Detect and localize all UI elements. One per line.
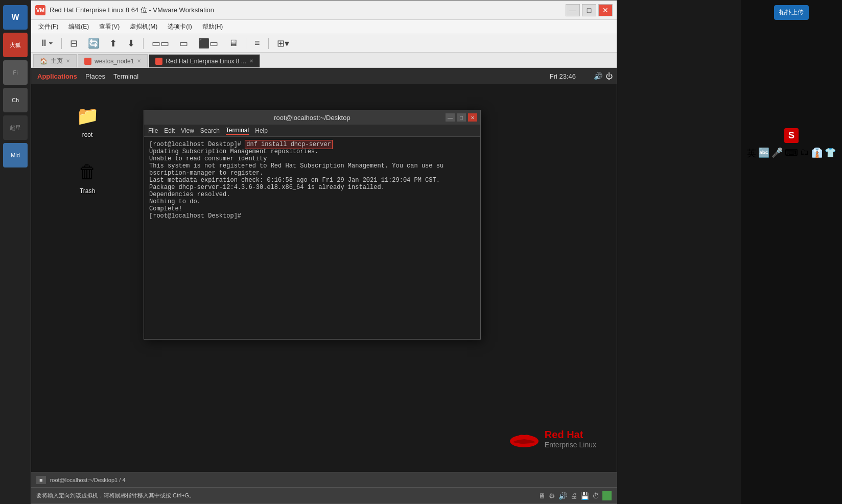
terminal-line-5: bscription-manager to register.: [149, 170, 475, 177]
title-bar: VM Red Hat Enterprise Linux 8 64 位 - VMw…: [31, 1, 617, 20]
menu-file[interactable]: 文件(F): [33, 21, 63, 33]
gnome-applications[interactable]: Applications: [37, 73, 77, 80]
terminal-menu-help[interactable]: Help: [255, 127, 268, 134]
redhat-logo-bottom: Enterprise Linux: [545, 441, 596, 449]
wps-icon[interactable]: S: [784, 128, 799, 143]
toolbar-btn3[interactable]: ⬆: [105, 36, 121, 51]
toolbar-btn9[interactable]: ≡: [250, 36, 264, 50]
terminal-line-3: Unable to read consumer identity: [149, 155, 475, 162]
toolbar-btn5[interactable]: ▭▭: [148, 36, 173, 51]
tab-westos-label: westos_node1: [95, 58, 134, 65]
menu-help[interactable]: 帮助(H): [197, 21, 228, 33]
tab-home-close[interactable]: ✕: [66, 58, 70, 64]
sidebar-emoji-7: 👕: [825, 147, 836, 159]
volume-icon[interactable]: 🔊: [594, 72, 602, 80]
desktop-icon-root[interactable]: 📁 root: [67, 100, 108, 141]
tab-bar: 🏠 主页 ✕ westos_node1 ✕ Red Hat Enterprise…: [31, 53, 617, 68]
bottom-icon-1[interactable]: 🖥: [539, 492, 546, 500]
toolbar-btn1[interactable]: ⊟: [66, 36, 82, 51]
sidebar-emoji-4: ⌨: [785, 147, 798, 159]
toolbar-sep4: [268, 38, 269, 49]
sidebar-app2-icon[interactable]: Fi: [3, 60, 28, 85]
terminal-line-10: Complete!: [149, 205, 475, 212]
menu-vm[interactable]: 虚拟机(M): [125, 21, 162, 33]
vm-status-bar: ■ root@localhost:~/Desktop 1 / 4: [31, 472, 617, 487]
terminal-menu-terminal[interactable]: Terminal: [226, 127, 249, 135]
terminal-content[interactable]: [root@localhost Desktop]# dnf install dh…: [144, 137, 480, 339]
redhat-hat-svg: [509, 426, 540, 451]
maximize-button[interactable]: □: [582, 4, 596, 16]
bottom-icon-4[interactable]: 🖨: [570, 492, 577, 500]
toolbar-pause-btn[interactable]: ⏸▾: [35, 36, 57, 50]
tab-home-label: 主页: [51, 57, 63, 65]
terminal-menu: File Edit View Search Terminal Help: [144, 125, 480, 137]
terminal-line-1: [root@localhost Desktop]# dnf install dh…: [149, 141, 475, 148]
redhat-logo-top: Red Hat: [545, 429, 596, 441]
sidebar-emoji-3: 🎤: [771, 147, 783, 159]
bottom-message: 要将输入定向到该虚拟机，请将鼠标指针移入其中或按 Ctrl+G。: [36, 492, 195, 499]
minimize-button[interactable]: —: [566, 4, 580, 16]
terminal-menu-edit[interactable]: Edit: [164, 127, 175, 134]
terminal-line-9: Nothing to do.: [149, 198, 475, 205]
root-icon-label: root: [82, 131, 93, 138]
tab-westos[interactable]: westos_node1 ✕: [78, 54, 148, 67]
bottom-icon-2[interactable]: ⚙: [549, 492, 555, 500]
toolbar-btn6[interactable]: ▭: [175, 36, 192, 51]
vmware-icon: VM: [35, 5, 45, 15]
toolbar: ⏸▾ ⊟ 🔄 ⬆ ⬇ ▭▭ ▭ ⬛▭ 🖥 ≡ ⊞▾: [31, 34, 617, 53]
close-button[interactable]: ✕: [598, 4, 613, 16]
sidebar-emoji-2: 🔤: [758, 147, 769, 159]
terminal-titlebar: root@localhost:~/Desktop — □ ✕: [144, 110, 480, 125]
bottom-icon-6[interactable]: ⏱: [592, 492, 599, 500]
desktop-icon-trash[interactable]: 🗑 Trash: [67, 156, 108, 198]
sidebar-app5-icon[interactable]: Mid: [3, 143, 28, 167]
terminal-line-2: Updating Subscription Management reposit…: [149, 148, 475, 155]
gnome-menu: Applications Places Terminal: [37, 73, 138, 80]
sidebar-app4-icon[interactable]: 超星: [3, 115, 28, 140]
root-folder-icon: 📁: [74, 103, 101, 129]
upload-btn[interactable]: 拓扑上传: [774, 5, 809, 20]
toolbar-btn2[interactable]: 🔄: [84, 36, 103, 51]
power-icon[interactable]: ⏻: [605, 72, 613, 80]
vm-area[interactable]: Applications Places Terminal Fri 23:46 🔊…: [31, 68, 617, 487]
bottom-icon-3[interactable]: 🔊: [558, 492, 567, 500]
menu-tabs[interactable]: 选项卡(I): [162, 21, 197, 33]
right-sidebar: 拓扑上传 S 英 🔤 🎤 ⌨ 🗂 👔 👕: [741, 0, 842, 504]
terminal-maximize-btn[interactable]: □: [457, 113, 466, 122]
gnome-places[interactable]: Places: [85, 73, 105, 80]
sidebar-app3-icon[interactable]: Ch: [3, 88, 28, 112]
left-sidebar: W 火狐 Fi Ch 超星 Mid: [0, 0, 31, 504]
sidebar-wps-icon[interactable]: W: [3, 5, 28, 30]
menu-edit[interactable]: 编辑(E): [63, 21, 94, 33]
vmware-window: VM Red Hat Enterprise Linux 8 64 位 - VMw…: [31, 0, 617, 504]
tab-westos-close[interactable]: ✕: [137, 58, 141, 64]
vmware-bottom: 要将输入定向到该虚拟机，请将鼠标指针移入其中或按 Ctrl+G。 🖥 ⚙ 🔊 🖨…: [31, 487, 617, 503]
terminal-menu-search[interactable]: Search: [200, 127, 220, 134]
tab-rhel-label: Red Hat Enterprise Linux 8 ...: [166, 58, 246, 65]
toolbar-sep2: [143, 38, 144, 49]
terminal-menu-view[interactable]: View: [181, 127, 194, 134]
bottom-icon-5[interactable]: 💾: [580, 492, 589, 500]
sidebar-app1-icon[interactable]: 火狐: [3, 33, 28, 57]
terminal-line-7: Package dhcp-server-12:4.3.6-30.el8.x86_…: [149, 184, 475, 191]
bottom-power-indicator: [602, 491, 612, 500]
toolbar-btn10[interactable]: ⊞▾: [273, 36, 293, 51]
bottom-tray-icons: 🖥 ⚙ 🔊 🖨 💾 ⏱: [539, 491, 612, 500]
toolbar-btn4[interactable]: ⬇: [123, 36, 139, 51]
sidebar-emoji-1: 英: [747, 147, 756, 159]
toolbar-btn7[interactable]: ⬛▭: [194, 36, 222, 51]
terminal-window[interactable]: root@localhost:~/Desktop — □ ✕ File Edit…: [144, 110, 481, 340]
desktop[interactable]: 📁 root 🗑 Trash Red Hat: [31, 84, 617, 472]
terminal-close-btn[interactable]: ✕: [468, 113, 477, 122]
gnome-topbar: Applications Places Terminal Fri 23:46 🔊…: [31, 68, 617, 84]
tab-rhel[interactable]: Red Hat Enterprise Linux 8 ... ✕: [149, 54, 260, 67]
trash-icon: 🗑: [74, 159, 101, 185]
terminal-menu-file[interactable]: File: [148, 127, 158, 134]
toolbar-btn8[interactable]: 🖥: [224, 36, 242, 50]
terminal-line-11: [root@localhost Desktop]#: [149, 212, 475, 220]
tab-home[interactable]: 🏠 主页 ✕: [33, 54, 77, 67]
menu-view[interactable]: 查看(V): [94, 21, 125, 33]
gnome-terminal[interactable]: Terminal: [113, 73, 138, 80]
terminal-minimize-btn[interactable]: —: [446, 113, 455, 122]
tab-rhel-close[interactable]: ✕: [249, 58, 253, 64]
